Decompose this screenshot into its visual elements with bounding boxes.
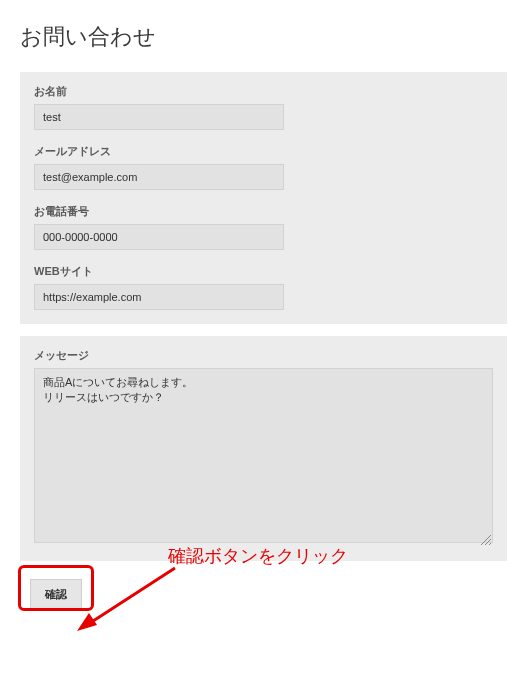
textarea-wrap: [34, 368, 493, 547]
message-panel: メッセージ: [20, 336, 507, 561]
submit-row: 確認: [20, 573, 507, 623]
name-input[interactable]: [34, 104, 284, 130]
page-title: お問い合わせ: [20, 22, 507, 52]
field-name: お名前: [34, 84, 493, 130]
name-label: お名前: [34, 84, 493, 99]
email-input[interactable]: [34, 164, 284, 190]
message-textarea[interactable]: [34, 368, 493, 543]
field-phone: お電話番号: [34, 204, 493, 250]
contact-info-panel: お名前 メールアドレス お電話番号 WEBサイト: [20, 72, 507, 324]
page: お問い合わせ お名前 メールアドレス お電話番号 WEBサイト メッセージ: [0, 0, 527, 673]
email-label: メールアドレス: [34, 144, 493, 159]
field-web: WEBサイト: [34, 264, 493, 310]
web-label: WEBサイト: [34, 264, 493, 279]
phone-label: お電話番号: [34, 204, 493, 219]
field-message: メッセージ: [34, 348, 493, 547]
message-label: メッセージ: [34, 348, 493, 363]
web-input[interactable]: [34, 284, 284, 310]
field-email: メールアドレス: [34, 144, 493, 190]
svg-line-2: [489, 543, 491, 545]
confirm-button[interactable]: 確認: [30, 579, 82, 610]
phone-input[interactable]: [34, 224, 284, 250]
